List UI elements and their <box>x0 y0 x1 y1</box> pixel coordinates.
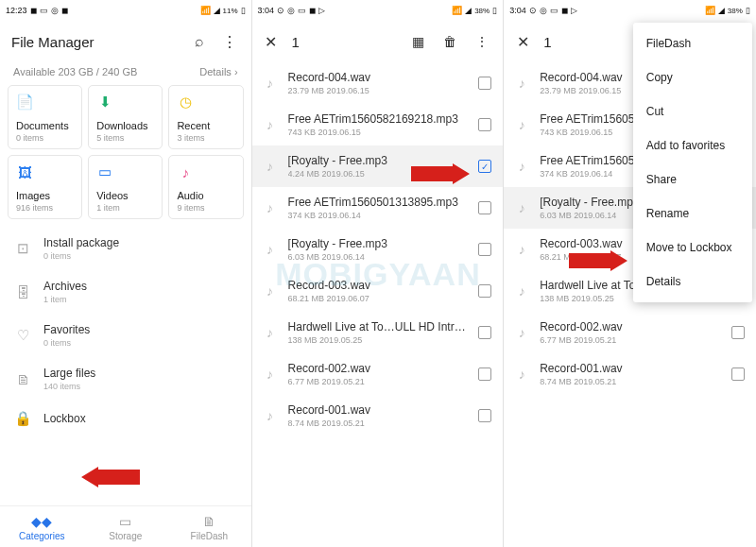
storage-text: Available 203 GB / 240 GB <box>13 66 137 77</box>
file-row[interactable]: ♪ Record-001.wav8.74 MB 2019.05.21 <box>252 395 504 436</box>
checkbox[interactable] <box>731 368 745 381</box>
music-note-icon: ♪ <box>260 200 281 215</box>
tile-videos[interactable]: ▭ Videos 1 item <box>88 155 163 219</box>
more-icon[interactable]: ⋮ <box>472 34 491 49</box>
file-row[interactable]: ♪ Free AETrim1560582169218.mp3743 KB 201… <box>252 104 504 145</box>
file-row[interactable]: ♪ Record-002.wav6.77 MB 2019.05.21 <box>504 312 756 353</box>
checkbox[interactable] <box>478 243 491 256</box>
audio-icon: ♪ <box>177 163 194 180</box>
row-icon: ⊡ <box>13 240 32 257</box>
file-name: Free AETrim1560501313895.mp3 <box>288 196 472 209</box>
menu-item-share[interactable]: Share <box>633 162 752 197</box>
file-meta: 8.74 MB 2019.05.21 <box>540 377 724 386</box>
file-name: Free AETrim1560582169218.mp3 <box>288 112 472 126</box>
list-item-large files[interactable]: 🗎 Large files140 items <box>0 357 251 401</box>
checkbox[interactable] <box>478 368 491 381</box>
file-row[interactable]: ♪ Free AETrim1560501313895.mp3374 KB 201… <box>252 187 504 229</box>
close-icon[interactable]: ✕ <box>264 33 279 51</box>
file-name: Record-002.wav <box>288 362 472 375</box>
checkbox[interactable]: ✓ <box>478 160 491 173</box>
checkbox[interactable] <box>478 284 491 298</box>
menu-item-add to favorites[interactable]: Add to favorites <box>633 128 752 162</box>
list-item-lockbox[interactable]: 🔒 Lockbox <box>0 401 251 436</box>
checkbox[interactable] <box>478 201 491 214</box>
file-row[interactable]: ♪ Record-004.wav23.79 MB 2019.06.15 <box>252 62 504 104</box>
music-note-icon: ♪ <box>511 76 532 91</box>
file-meta: 743 KB 2019.06.15 <box>288 128 472 137</box>
list-item-install package[interactable]: ⊡ Install package0 items <box>0 227 251 270</box>
search-icon[interactable]: ⌕ <box>189 33 210 50</box>
file-row[interactable]: ♪ [Royalty - Free.mp34.24 MB 2019.06.15 … <box>252 145 504 187</box>
arrow-lockbox-icon <box>81 467 140 487</box>
tile-audio[interactable]: ♪ Audio 9 items <box>168 155 243 219</box>
close-icon[interactable]: ✕ <box>515 33 530 51</box>
menu-item-details[interactable]: Details <box>633 265 752 299</box>
screen-menu: 3:04⊙◎▭◼▷ 📶◢38%▯ ✕ 1 ♪ Record-004.wav23.… <box>504 0 756 547</box>
row-label: Install package <box>43 236 238 249</box>
menu-item-cut[interactable]: Cut <box>633 94 752 128</box>
music-note-icon: ♪ <box>511 159 532 174</box>
file-row[interactable]: ♪ Hardwell Live at To…ULL HD Intro].mp31… <box>252 312 504 353</box>
checkbox[interactable] <box>731 326 745 339</box>
music-note-icon: ♪ <box>260 76 281 91</box>
file-row[interactable]: ♪ Record-003.wav68.21 MB 2019.06.07 <box>252 270 504 312</box>
file-row[interactable]: ♪ [Royalty - Free.mp36.03 MB 2019.06.14 <box>252 229 504 270</box>
tile-count: 1 item <box>96 203 154 213</box>
file-row[interactable]: ♪ Record-001.wav8.74 MB 2019.05.21 <box>504 353 756 395</box>
music-note-icon: ♪ <box>260 325 281 340</box>
status-bar: 12:23◼▭◎◼ 📶◢11%▯ <box>0 0 251 21</box>
tile-label: Downloads <box>96 120 154 131</box>
music-note-icon: ♪ <box>511 367 532 382</box>
file-name: Record-003.wav <box>288 279 472 292</box>
tile-images[interactable]: 🖼 Images 916 items <box>8 155 82 219</box>
tile-count: 3 items <box>177 133 234 143</box>
menu-item-filedash[interactable]: FileDash <box>633 26 752 60</box>
tile-recent[interactable]: ◷ Recent 3 items <box>168 85 243 149</box>
file-name: Record-004.wav <box>288 71 472 84</box>
screen-file-manager: 12:23◼▭◎◼ 📶◢11%▯ File Manager ⌕ ⋮ Availa… <box>0 0 252 547</box>
tile-downloads[interactable]: ⬇ Downloads 5 items <box>88 85 163 149</box>
list-item-favorites[interactable]: ♡ Favorites0 items <box>0 314 251 357</box>
music-note-icon: ♪ <box>260 117 281 132</box>
menu-item-copy[interactable]: Copy <box>633 60 752 94</box>
list-item-archives[interactable]: 🗄 Archives1 item <box>0 270 251 314</box>
music-note-icon: ♪ <box>511 283 532 299</box>
file-meta: 23.79 MB 2019.06.15 <box>288 86 472 95</box>
delete-icon[interactable]: 🗑 <box>440 34 459 49</box>
row-sub: 1 item <box>43 295 238 304</box>
file-name: Hardwell Live at To…ULL HD Intro].mp3 <box>288 320 472 333</box>
select-all-icon[interactable]: ▦ <box>408 34 427 49</box>
more-icon[interactable]: ⋮ <box>219 33 240 51</box>
file-name: Record-002.wav <box>540 320 724 333</box>
file-meta: 6.03 MB 2019.06.14 <box>288 252 472 262</box>
file-row[interactable]: ♪ Record-002.wav6.77 MB 2019.05.21 <box>252 353 504 395</box>
row-icon: 🔒 <box>13 410 32 427</box>
checkbox[interactable] <box>478 118 491 131</box>
music-note-icon: ♪ <box>511 117 532 132</box>
recent-icon: ◷ <box>177 94 194 111</box>
menu-item-move to lockbox[interactable]: Move to Lockbox <box>633 231 752 265</box>
nav-storage[interactable]: ▭Storage <box>84 506 168 547</box>
checkbox[interactable] <box>478 326 491 339</box>
details-link[interactable]: Details › <box>199 66 237 77</box>
tile-count: 5 items <box>96 133 154 143</box>
tile-label: Videos <box>96 190 154 201</box>
checkbox[interactable] <box>478 77 491 90</box>
file-meta: 68.21 MB 2019.06.07 <box>288 294 472 303</box>
videos-icon: ▭ <box>96 163 113 180</box>
nav-filedash[interactable]: 🗎FileDash <box>167 506 251 547</box>
nav-categories[interactable]: ◆◆Categories <box>0 506 84 547</box>
menu-item-rename[interactable]: Rename <box>633 197 752 231</box>
file-meta: 8.74 MB 2019.05.21 <box>288 419 472 428</box>
clock: 3:04 <box>509 6 526 15</box>
music-note-icon: ♪ <box>511 200 532 215</box>
context-menu: FileDashCopyCutAdd to favoritesShareRena… <box>633 23 752 302</box>
images-icon: 🖼 <box>16 163 33 180</box>
row-label: Large files <box>43 367 238 380</box>
tile-documents[interactable]: 📄 Documents 0 items <box>8 85 82 149</box>
checkbox[interactable] <box>478 409 491 422</box>
file-name: [Royalty - Free.mp3 <box>288 237 472 250</box>
music-note-icon: ♪ <box>260 283 281 299</box>
row-label: Favorites <box>43 323 238 336</box>
row-label: Lockbox <box>43 412 238 425</box>
